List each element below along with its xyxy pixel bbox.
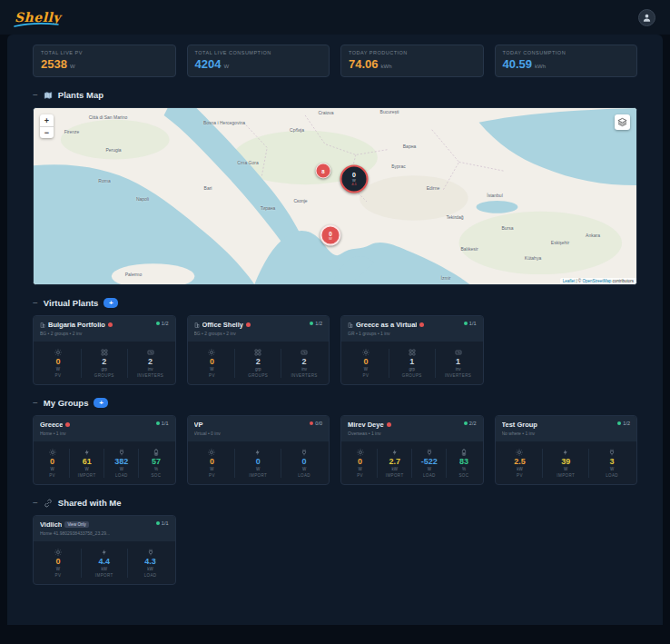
layers-icon: [617, 117, 627, 127]
alert-badge: [65, 422, 70, 427]
map-place-label: İzmir: [441, 275, 451, 281]
map-place-label: Бургас: [391, 163, 405, 169]
plant-card[interactable]: GreeceHome • 1 inv1/10WPV61WIMPORT382WLO…: [33, 415, 176, 485]
map-place-label: Tekirdağ: [447, 214, 464, 220]
bolt-icon: [254, 449, 261, 456]
plant-card[interactable]: Mirev DeyeOverseas • 1 inv2/20WPV2.7kWIM…: [340, 415, 484, 485]
bolt-icon: [101, 549, 108, 556]
plant-card[interactable]: Bulgaria PortfolioBG • 2 groups • 2 inv1…: [33, 315, 176, 385]
stat-label: PV: [363, 374, 369, 379]
leaflet-link[interactable]: Leaflet: [563, 279, 576, 283]
stat-value: 3: [610, 458, 615, 466]
stat-label: TODAY CONSUMPTION: [503, 50, 630, 55]
stat-value: 0: [358, 458, 362, 466]
add-group-button[interactable]: +: [94, 398, 108, 408]
collapse-icon[interactable]: −: [33, 91, 38, 100]
stat-value: -522: [421, 458, 438, 466]
map-place-label: Balıkesir: [460, 246, 478, 252]
status-text: 1/2: [623, 421, 630, 426]
map-marker[interactable]: 0W4.1: [340, 165, 369, 193]
stat-card: TODAY PRODUCTION74.06kWh: [340, 45, 484, 77]
stat-unit: W: [210, 368, 213, 372]
stat-unit: W: [364, 368, 368, 372]
plug-icon: [147, 549, 154, 556]
stat-label: PV: [49, 474, 55, 479]
plants-map[interactable]: Città di San MarinoFirenzePerugiaRomaNap…: [33, 107, 637, 285]
stat-unit: W: [564, 468, 567, 472]
stat-unit: W: [358, 468, 361, 472]
card-stat: 382WLOAD: [103, 449, 138, 478]
collapse-icon[interactable]: −: [33, 499, 38, 508]
plant-card[interactable]: Office ShellyBG • 2 groups • 2 inv1/20WP…: [187, 315, 330, 385]
building-icon: [194, 322, 200, 328]
card-status: 1/2: [156, 321, 169, 326]
card-status: 1/1: [156, 520, 169, 526]
card-name: Office Shelly: [202, 321, 243, 329]
card-body: 0WPV2grpGROUPS2invINVERTERS: [34, 342, 175, 384]
map-place-label: Ankara: [586, 233, 600, 238]
stat-unit: W: [120, 468, 123, 472]
stat-value: 39: [561, 458, 570, 466]
map-icon: [44, 91, 53, 100]
map-marker[interactable]: 0W: [320, 225, 341, 246]
map-place-label: Firenze: [64, 129, 80, 134]
content-panel: TOTAL LIVE PV2538WTOTAL LIVE CONSUMPTION…: [7, 35, 663, 625]
section-title: Virtual Plants: [44, 298, 99, 308]
card-subtitle: BG • 2 groups • 2 inv: [40, 331, 113, 336]
zoom-out-button[interactable]: −: [40, 126, 54, 138]
zoom-in-button[interactable]: +: [40, 114, 54, 126]
card-stat: 4.3kWLOAD: [127, 549, 173, 578]
card-stat: 1invINVERTERS: [435, 349, 481, 378]
stat-value: 2: [148, 358, 153, 366]
virtual-plants-grid: Bulgaria PortfolioBG • 2 groups • 2 inv1…: [33, 315, 637, 385]
card-stat: -522WLOAD: [411, 449, 446, 478]
card-stat: 0WPV: [35, 549, 81, 578]
shelly-logo[interactable]: Shelly: [15, 10, 61, 25]
user-avatar[interactable]: [638, 9, 655, 26]
collapse-icon[interactable]: −: [33, 399, 38, 408]
stat-value: 40.59: [503, 57, 533, 71]
map-place-label: Варна: [403, 144, 416, 149]
section-title: My Groups: [44, 398, 89, 408]
sun-icon: [208, 349, 215, 356]
card-body: 0WPV2grpGROUPS2invINVERTERS: [188, 342, 330, 384]
map-marker[interactable]: 8: [316, 163, 331, 179]
stat-value: 0: [210, 358, 214, 366]
layers-control[interactable]: [615, 114, 630, 130]
map-tiles: [34, 108, 636, 284]
plant-card[interactable]: Test GroupNo where • 1 inv1/22.5kWPV39WI…: [495, 415, 638, 485]
link-icon: [44, 499, 53, 508]
status-text: 1/1: [469, 321, 477, 326]
my-groups-header: − My Groups +: [33, 398, 637, 408]
osm-link[interactable]: OpenStreetMap: [582, 279, 611, 283]
card-stat: 0WIMPORT: [234, 449, 281, 478]
stat-unit: grp: [409, 368, 415, 372]
card-header: Bulgaria PortfolioBG • 2 groups • 2 inv1…: [34, 316, 175, 342]
plant-card[interactable]: VidlichView OnlyHome 41.9802938433758_23…: [33, 515, 176, 585]
status-dot: [156, 521, 160, 525]
sun-icon: [516, 449, 523, 456]
add-virtual-plant-button[interactable]: +: [103, 298, 118, 308]
stat-unit: %: [154, 468, 158, 472]
stat-label: TODAY PRODUCTION: [349, 50, 476, 55]
alert-badge: [108, 322, 113, 327]
plant-card[interactable]: Greece as a VirtualGR • 1 groups • 1 inv…: [340, 315, 484, 385]
card-stat: 2.5kWPV: [498, 449, 543, 478]
map-place-label: Bosna i Hercegovina: [203, 120, 245, 125]
card-stat: 57%SOC: [138, 449, 172, 478]
stat-unit: kW: [517, 468, 523, 472]
stat-value: 2.5: [514, 458, 526, 466]
card-status: 1/2: [310, 321, 322, 326]
stat-label: INVERTERS: [291, 374, 317, 379]
card-body: 0WPV0WIMPORT0WLOAD: [188, 441, 330, 484]
stat-label: GROUPS: [248, 374, 268, 379]
groups-icon: [101, 349, 108, 356]
collapse-icon[interactable]: −: [33, 299, 38, 308]
plant-card[interactable]: VPVirtual • 0 inv0/00WPV0WIMPORT0WLOAD: [187, 415, 330, 485]
card-stat: 0WPV: [35, 449, 69, 478]
map-place-label: Città di San Marino: [89, 114, 128, 120]
attribution-text: contributors: [611, 279, 634, 283]
map-place-label: Bursa: [501, 225, 513, 231]
card-stat: 0WPV: [35, 349, 81, 378]
card-name: Test Group: [502, 421, 537, 429]
